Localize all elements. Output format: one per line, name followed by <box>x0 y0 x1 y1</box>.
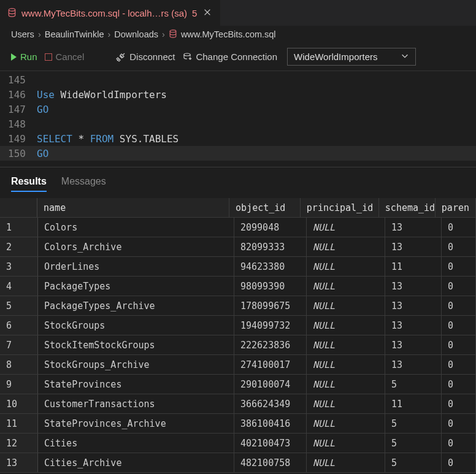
cell[interactable]: 0 <box>442 355 476 374</box>
results-grid[interactable]: nameobject_idprincipal_idschema_idparen1… <box>0 198 476 473</box>
table-row[interactable]: 6StockGroups194099732NULL130 <box>0 316 476 335</box>
cell[interactable]: 0 <box>442 237 476 256</box>
cell[interactable]: 13 <box>385 316 442 335</box>
cell[interactable]: 194099732 <box>234 316 307 335</box>
cell[interactable]: CustomerTransactions <box>38 394 234 413</box>
cell[interactable]: 2099048 <box>234 218 307 237</box>
breadcrumb-segment[interactable]: BeaulinTwinkle <box>45 29 104 39</box>
cell[interactable]: PackageTypes_Archive <box>38 296 234 315</box>
cell[interactable]: 0 <box>442 296 476 315</box>
table-row[interactable]: 4PackageTypes98099390NULL130 <box>0 277 476 296</box>
column-header[interactable] <box>0 198 37 217</box>
tab-results[interactable]: Results <box>11 176 47 192</box>
column-header[interactable]: paren <box>436 198 476 217</box>
cell[interactable]: 13 <box>385 296 442 315</box>
close-icon[interactable] <box>202 7 213 20</box>
cell[interactable]: 0 <box>442 277 476 296</box>
cell[interactable]: Cities <box>38 434 234 453</box>
cell[interactable]: 5 <box>385 434 442 453</box>
cell[interactable]: 98099390 <box>234 277 307 296</box>
disconnect-button[interactable]: Disconnect <box>116 52 175 62</box>
cell[interactable]: NULL <box>307 296 385 315</box>
breadcrumb-segment[interactable]: Downloads <box>114 29 158 39</box>
cell[interactable]: 0 <box>442 434 476 453</box>
table-row[interactable]: 9StateProvinces290100074NULL50 <box>0 375 476 394</box>
cell[interactable]: 13 <box>385 237 442 256</box>
breadcrumb-segment[interactable]: www.MyTecBits.com.sql <box>181 29 276 39</box>
cell[interactable]: 11 <box>385 394 442 413</box>
cell[interactable]: 0 <box>442 375 476 394</box>
cell[interactable]: 82099333 <box>234 237 307 256</box>
cell[interactable]: NULL <box>307 394 385 413</box>
column-header[interactable]: object_id <box>229 198 301 217</box>
cell[interactable]: NULL <box>307 218 385 237</box>
column-header[interactable]: principal_id <box>301 198 379 217</box>
code-line[interactable]: 146Use WideWorldImporters <box>0 87 476 102</box>
cell[interactable]: Colors <box>38 218 234 237</box>
table-row[interactable]: 5PackageTypes_Archive178099675NULL130 <box>0 296 476 316</box>
cell[interactable]: NULL <box>307 375 385 394</box>
table-row[interactable]: 13Cities_Archive482100758NULL50 <box>0 453 476 473</box>
cell[interactable]: 5 <box>385 414 442 433</box>
cell[interactable]: 94623380 <box>234 257 307 276</box>
table-row[interactable]: 8StockGroups_Archive274100017NULL130 <box>0 355 476 375</box>
table-row[interactable]: 7StockItemStockGroups222623836NULL130 <box>0 335 476 355</box>
cell[interactable]: 13 <box>385 277 442 296</box>
cell[interactable]: NULL <box>307 335 385 354</box>
cell[interactable]: 13 <box>385 218 442 237</box>
cell[interactable]: NULL <box>307 453 385 472</box>
cell[interactable]: 0 <box>442 218 476 237</box>
breadcrumb-segment[interactable]: Users <box>11 29 34 39</box>
cell[interactable]: NULL <box>307 355 385 374</box>
cell[interactable]: 482100758 <box>234 453 307 472</box>
cell[interactable]: NULL <box>307 316 385 335</box>
cell[interactable]: 0 <box>442 394 476 413</box>
cell[interactable]: 366624349 <box>234 394 307 413</box>
change-connection-button[interactable]: Change Connection <box>182 52 277 62</box>
cell[interactable]: NULL <box>307 414 385 433</box>
cell[interactable]: StateProvinces_Archive <box>38 414 234 433</box>
cell[interactable]: 13 <box>385 355 442 374</box>
code-line[interactable]: 147GO <box>0 102 476 117</box>
cell[interactable]: StateProvinces <box>38 375 234 394</box>
cell[interactable]: StockGroups <box>38 316 234 335</box>
tab-messages[interactable]: Messages <box>61 176 106 192</box>
cell[interactable]: 11 <box>385 257 442 276</box>
cell[interactable]: StockGroups_Archive <box>38 355 234 374</box>
cell[interactable]: 178099675 <box>234 296 307 315</box>
cell[interactable]: 0 <box>442 335 476 354</box>
cell[interactable]: 0 <box>442 453 476 472</box>
cell[interactable]: 13 <box>385 335 442 354</box>
cell[interactable]: 5 <box>385 453 442 472</box>
column-header[interactable]: schema_id <box>379 198 436 217</box>
cell[interactable]: Colors_Archive <box>38 237 234 256</box>
cell[interactable]: NULL <box>307 277 385 296</box>
cell[interactable]: NULL <box>307 257 385 276</box>
cell[interactable]: Cities_Archive <box>38 453 234 472</box>
column-header[interactable]: name <box>37 198 229 217</box>
run-button[interactable]: Run <box>11 52 37 62</box>
table-row[interactable]: 1Colors2099048NULL130 <box>0 218 476 237</box>
cell[interactable]: 386100416 <box>234 414 307 433</box>
code-line[interactable]: 148 <box>0 117 476 131</box>
code-line[interactable]: 150GO <box>0 146 476 161</box>
cell[interactable]: OrderLines <box>38 257 234 276</box>
table-row[interactable]: 12Cities402100473NULL50 <box>0 434 476 453</box>
cell[interactable]: PackageTypes <box>38 277 234 296</box>
table-row[interactable]: 11StateProvinces_Archive386100416NULL50 <box>0 414 476 434</box>
table-row[interactable]: 10CustomerTransactions366624349NULL110 <box>0 394 476 414</box>
cell[interactable]: 0 <box>442 316 476 335</box>
cell[interactable]: 0 <box>442 257 476 276</box>
cell[interactable]: 402100473 <box>234 434 307 453</box>
table-row[interactable]: 3OrderLines94623380NULL110 <box>0 257 476 277</box>
cell[interactable]: 290100074 <box>234 375 307 394</box>
cell[interactable]: 222623836 <box>234 335 307 354</box>
table-row[interactable]: 2Colors_Archive82099333NULL130 <box>0 237 476 257</box>
code-line[interactable]: 149SELECT * FROM SYS.TABLES <box>0 131 476 146</box>
cell[interactable]: NULL <box>307 434 385 453</box>
editor-tab[interactable]: www.MyTecBits.com.sql - localh…rs (sa) 5 <box>0 0 220 26</box>
code-editor[interactable]: 145146Use WideWorldImporters147GO148149S… <box>0 71 476 167</box>
cell[interactable]: 0 <box>442 414 476 433</box>
code-line[interactable]: 145 <box>0 72 476 87</box>
database-select[interactable]: WideWorldImporters <box>287 48 416 66</box>
